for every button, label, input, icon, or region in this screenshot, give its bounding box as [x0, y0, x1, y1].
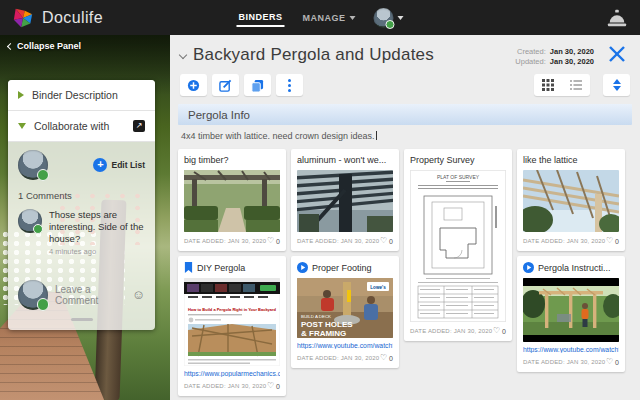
svg-text:Lowe's: Lowe's [370, 285, 386, 290]
card-aluminum[interactable]: aluminum - won't we... DATE ADDED: JAN 3… [291, 149, 399, 251]
chevron-down-icon[interactable] [179, 51, 187, 59]
cards-grid: big timber? DATE ADDED: JAN 30, 2020 [178, 149, 632, 396]
copy-icon [251, 79, 264, 92]
chevron-right-icon [18, 91, 24, 99]
webpage-thumbnail: How to Build a Pergola Right in Your Bac… [184, 278, 280, 366]
plus-icon: + [93, 158, 107, 172]
svg-text:POST HOLES: POST HOLES [301, 320, 353, 329]
section-description[interactable]: 4x4 timber with lattice. need crown desi… [178, 125, 632, 149]
chevron-left-icon [7, 42, 14, 49]
binder-toolbar [178, 68, 632, 104]
open-in-new-icon[interactable]: ↗ [133, 120, 145, 132]
list-view-button[interactable] [562, 74, 590, 96]
section-header-pergola-info[interactable]: Pergola Info [178, 104, 632, 125]
chevron-down-icon [18, 123, 26, 129]
heart-icon: ♡ [606, 358, 613, 366]
doculife-logo-icon[interactable] [12, 7, 34, 29]
chevron-down-icon [350, 16, 356, 20]
drag-handle[interactable] [71, 318, 93, 321]
heart-icon: ♡ [380, 237, 387, 245]
more-options-button[interactable] [276, 74, 303, 96]
grid-view-icon [542, 79, 554, 91]
grid-view-button[interactable] [534, 74, 562, 96]
svg-text:How to Build a Pergola Right i: How to Build a Pergola Right in Your Bac… [188, 307, 276, 312]
date-added: DATE ADDED: JAN 30, 2020 [184, 383, 266, 389]
date-added: DATE ADDED: JAN 30, 2020 [523, 238, 605, 244]
card-proper-footing[interactable]: Proper Footing Lowe's BUILD A DECK POST … [291, 256, 399, 368]
card-diy-pergola[interactable]: DIY Pergola How to Build a Pergola Right… [178, 256, 286, 396]
like-button[interactable]: ♡0 [267, 382, 280, 390]
comments-count: 1 Comments [18, 190, 145, 201]
created-value: Jan 30, 2020 [550, 47, 594, 56]
like-button[interactable]: ♡0 [267, 237, 280, 245]
commenter-avatar [18, 209, 42, 233]
text-cursor [376, 131, 377, 140]
heart-icon: ♡ [267, 382, 274, 390]
collaborator-avatar [18, 150, 48, 180]
sort-button[interactable] [603, 74, 630, 96]
date-added: DATE ADDED: JAN 30, 2020 [184, 238, 266, 244]
add-item-button[interactable] [180, 74, 207, 96]
svg-text:& FRAMING: & FRAMING [301, 329, 346, 338]
nav-tab-manage[interactable]: MANAGE [303, 13, 356, 23]
card-link[interactable]: https://www.popularmechanics.co... [184, 370, 280, 377]
copy-button[interactable] [244, 74, 271, 96]
page-title: Backyard Pergola and Updates [193, 45, 434, 65]
comment-item: Those steps are interesting. Side of the… [18, 209, 145, 256]
lattice-pergola-photo [523, 170, 619, 232]
leave-comment-input[interactable]: Leave a Comment ☺ [18, 280, 145, 310]
bookmark-icon [184, 262, 193, 273]
notifications-bell-icon[interactable] [606, 8, 628, 28]
nav-tab-binders[interactable]: BINDERS [236, 8, 284, 27]
binder-description-label: Binder Description [32, 89, 118, 101]
user-avatar [18, 280, 48, 310]
card-link[interactable]: https://www.youtube.com/watch?v... [523, 346, 619, 353]
play-icon [297, 262, 308, 273]
updated-value: Jan 30, 2020 [550, 57, 594, 66]
add-icon [187, 79, 200, 92]
like-button[interactable]: ♡0 [493, 327, 506, 335]
like-button[interactable]: ♡0 [380, 354, 393, 362]
nav-binders-label: BINDERS [238, 12, 282, 22]
section-title: Pergola Info [188, 109, 250, 121]
date-added: DATE ADDED: JAN 30, 2020 [410, 328, 492, 334]
list-view-icon [570, 79, 582, 91]
edit-list-button[interactable]: + Edit List [93, 158, 145, 172]
like-button[interactable]: ♡0 [380, 237, 393, 245]
heart-icon: ♡ [606, 237, 613, 245]
card-pergola-instructions[interactable]: Pergola Instructi... [517, 256, 625, 372]
comment-text: Those steps are interesting. Side of the… [49, 209, 145, 245]
updated-label: Updated: [515, 57, 545, 66]
top-nav: Doculife BINDERS MANAGE [0, 0, 640, 35]
edit-pencil-icon [219, 79, 232, 92]
card-big-timber[interactable]: big timber? DATE ADDED: JAN 30, 2020 [178, 149, 286, 251]
like-button[interactable]: ♡0 [606, 358, 619, 366]
user-avatar [374, 8, 394, 28]
edit-list-label: Edit List [111, 160, 145, 170]
collapse-panel-label: Collapse Panel [17, 41, 81, 51]
heart-icon: ♡ [267, 237, 274, 245]
survey-document-image: PLAT OF SURVEY [410, 170, 506, 322]
collapse-panel-button[interactable]: Collapse Panel [8, 41, 81, 51]
svg-text:PLAT OF SURVEY: PLAT OF SURVEY [437, 174, 480, 180]
edit-binder-button[interactable] [212, 74, 239, 96]
emoji-icon[interactable]: ☺ [132, 287, 145, 302]
vertical-ellipsis-icon [288, 79, 291, 92]
card-property-survey[interactable]: Property Survey PLAT OF SURVEY [404, 149, 512, 341]
card-like-the-lattice[interactable]: like the lattice DATE ADDED: JAN 30, 202… [517, 149, 625, 251]
svg-text:BUILD A DECK: BUILD A DECK [301, 314, 331, 319]
card-link[interactable]: https://www.youtube.com/watch?v... [297, 342, 393, 349]
left-panel: Collapse Panel Binder Description Collab… [0, 35, 170, 400]
comment-timestamp: 4 minutes ago [49, 247, 145, 256]
like-button[interactable]: ♡0 [606, 237, 619, 245]
video-thumbnail-pergola [523, 278, 619, 342]
view-toggle [534, 74, 590, 96]
collaborate-body: + Edit List 1 Comments Those steps are i… [8, 142, 155, 330]
binder-dates: Created: Jan 30, 2020 Updated: Jan 30, 2… [515, 47, 594, 66]
binder-description-section[interactable]: Binder Description [8, 80, 155, 111]
close-binder-button[interactable] [608, 45, 626, 63]
sort-arrows-icon [613, 79, 621, 91]
account-menu[interactable] [374, 8, 404, 28]
date-added: DATE ADDED: JAN 30, 2020 [523, 359, 605, 365]
collaborate-section[interactable]: Collaborate with ↗ [8, 111, 155, 142]
